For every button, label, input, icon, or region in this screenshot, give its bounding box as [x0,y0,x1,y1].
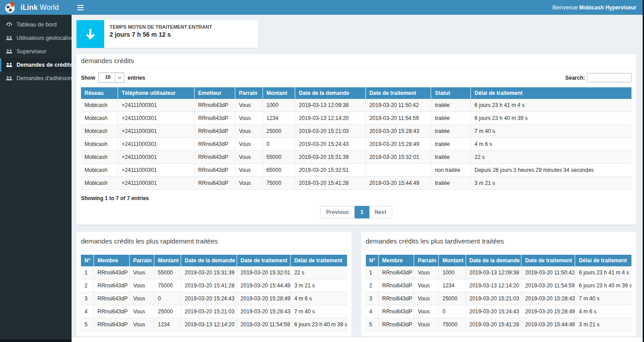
brand-logo[interactable]: iLink World [0,0,72,15]
table-cell: +24111000301 [118,99,194,112]
table-cell: Mobicash [81,112,118,125]
table-cell: Mobicash [81,164,118,177]
column-header[interactable]: Membre [378,255,414,266]
column-header[interactable]: Téléphone utilisateur [118,87,194,99]
column-header[interactable]: Date de traitement [521,255,575,266]
table-cell: +24111000301 [118,138,194,151]
column-header[interactable]: Délai de traitement [471,87,632,99]
column-header[interactable]: Montant [154,255,181,266]
column-header[interactable]: N° [366,255,379,266]
show-label: Show [81,75,95,81]
globe-pin-icon [4,1,16,13]
top-bar: iLink World Bienvenue Mobicash Hypervise… [0,0,643,15]
table-cell: RRnsi643dP [195,99,235,112]
table-cell: Vous [129,266,154,279]
column-header[interactable]: Parrain [129,255,154,266]
column-header[interactable]: N° [81,255,94,266]
sidebar-item-demandes-de-credits[interactable]: Demandes de crédits [0,58,72,72]
table-row: Mobicash+24111000301RRnsi643dPVous550002… [81,151,631,164]
table-cell: 2019-03-20 15:32:01 [365,151,431,164]
column-header[interactable]: Date de la demande [181,255,237,266]
table-cell: 55000 [154,266,181,279]
search-input[interactable] [587,73,631,82]
table-cell: 2019-03-20 15:44:49 [521,318,575,331]
table-cell: 2019-03-20 15:32:51 [295,164,366,177]
table-cell: 2019-03-20 15:32:01 [237,266,290,279]
table-row: 5RRnsi643dPVous12342019-03-13 12:14:2020… [81,318,347,331]
table-cell: 5 [366,318,379,331]
table-cell: traitée [431,112,471,125]
table-cell: RRnsi643dP [195,151,235,164]
column-header[interactable]: Délai de traitement [290,255,347,266]
box-title: demandes crédits les plus tardivement tr… [366,237,632,245]
table-cell: 6 jours 23 h 40 m 39 s [575,279,631,292]
table-cell: 25000 [154,305,181,318]
table-cell: 3 m 21 s [575,318,631,331]
table-cell: 75000 [439,318,466,331]
pagination-previous[interactable]: Previous [320,206,355,218]
column-header[interactable]: Parrain [235,87,263,99]
table-cell: 1234 [439,279,466,292]
table-cell: 3 m 21 s [290,279,347,292]
sidebar-item-superviseur[interactable]: Superviseur [0,45,72,58]
table-cell: 2019-03-20 15:41:28 [181,279,237,292]
table-row: 1RRnsi643dPVous550002019-03-20 15:31:392… [81,266,347,279]
table-row: 4RRnsi643dPVous02019-03-20 15:24:432019-… [366,305,632,318]
table-cell: 4 m 6 s [575,305,631,318]
table-cell: 2019-03-13 12:09:38 [466,266,521,279]
table-cell: non traitée [431,164,471,177]
search-control: Search: [565,73,631,82]
column-header[interactable]: Membre [94,255,130,266]
column-header[interactable]: Parrain [414,255,439,266]
table-cell: RRnsi643dP [195,138,235,151]
pagination-page-1[interactable]: 1 [355,206,369,218]
table-row: Mobicash+24111000301RRnsi643dPVous100020… [81,99,631,112]
table-cell: Vous [235,125,263,138]
table-cell: Vous [414,279,439,292]
table-cell: 2019-03-20 15:21:03 [181,305,237,318]
column-header[interactable]: Délai de traitement [575,255,631,266]
table-cell: 2019-03-20 15:28:49 [521,305,575,318]
column-header[interactable]: Montant [263,87,295,99]
column-header[interactable]: Date de traitement [237,255,290,266]
table-cell: 25000 [439,292,466,305]
welcome-text: Bienvenue Mobicash Hyperviseur [552,4,643,11]
table-row: 4RRnsi643dPVous250002019-03-20 15:21:032… [81,305,347,318]
page-length-select[interactable]: 10 [98,73,124,83]
fastest-table: N°MembreParrainMontantDate de la demande… [81,255,347,331]
table-cell: 3 m 21 s [471,177,632,190]
sidebar-item-tableau-de-bord[interactable]: Tableau de bord [0,18,72,31]
users-icon [5,62,13,68]
table-cell: 2019-03-20 15:24:43 [466,305,521,318]
table-cell: 2019-03-20 15:28:43 [237,305,290,318]
arrow-down-icon [76,20,104,48]
table-cell: traitée [431,138,471,151]
table-cell: Vous [235,138,263,151]
table-cell: 7 m 40 s [575,292,631,305]
box-title: demandes crédits [81,57,631,64]
sidebar: Tableau de bord Utilisateurs géolocalisé… [0,15,72,339]
column-header[interactable]: Réseau [81,87,118,99]
sidebar-toggle-button[interactable] [72,0,89,15]
column-header[interactable]: Emetteur [195,87,235,99]
table-header-row: N°MembreParrainMontantDate de la demande… [81,255,347,266]
table-cell: 2019-03-13 12:09:38 [295,99,366,112]
sidebar-item-demandes-adhesion[interactable]: Demandes d'adhésion [0,72,72,85]
sidebar-item-utilisateurs-geolocalises[interactable]: Utilisateurs géolocalisés [0,31,72,45]
table-cell: 2019-03-20 15:31:39 [181,266,237,279]
column-header[interactable]: Date de la demande [295,87,366,99]
brand-title: iLink World [21,4,59,12]
table-cell: RRnsi643dP [195,125,235,138]
table-cell: Vous [235,112,263,125]
column-header[interactable]: Statut [431,87,471,99]
column-header[interactable]: Date de la demande [466,255,521,266]
table-cell: 2019-03-20 15:28:43 [521,292,575,305]
table-cell: 4 m 6 s [471,138,632,151]
table-cell: 3 [81,292,94,305]
column-header[interactable]: Date de traitement [365,87,431,99]
table-cell: 2019-03-20 15:41:28 [295,177,366,190]
column-header[interactable]: Montant [439,255,466,266]
table-cell: RRnsi643dP [378,279,414,292]
pagination-next[interactable]: Next [369,206,392,218]
sidebar-item-label: Tableau de bord [17,21,57,28]
